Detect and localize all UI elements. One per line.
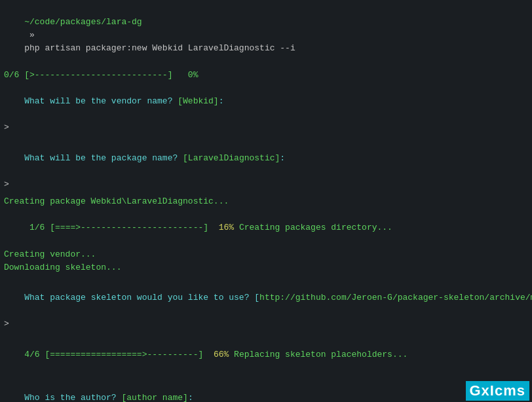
input-package: > <box>4 178 528 191</box>
prompt-path: ~/code/packages/lara-dg <box>24 17 142 27</box>
question-package: What will be the package name? [LaravelD… <box>4 138 528 177</box>
progress-line-0: 0/6 [>--------------------------] 0% <box>4 69 528 82</box>
terminal-window: ~/code/packages/lara-dg » php artisan pa… <box>0 0 532 402</box>
question-skeleton: What package skeleton would you like to … <box>4 278 528 318</box>
progress-line-1: 1/6 [====>------------------------] 16% … <box>4 208 528 247</box>
input-skeleton: > <box>4 318 528 331</box>
info-creating-package: Creating package Webkid\LaravelDiagnosti… <box>4 195 528 208</box>
progress-line-4: 4/6 [==================>----------] 66% … <box>4 335 528 374</box>
terminal-line: ~/code/packages/lara-dg » php artisan pa… <box>4 3 528 69</box>
command-text: php artisan packager:new Webkid LaravelD… <box>24 43 295 53</box>
prompt-separator: » <box>24 30 39 40</box>
question-author: Who is the author? [author name]: <box>4 378 528 402</box>
watermark-badge: GxIcms <box>466 381 530 401</box>
input-vendor: > <box>4 121 528 134</box>
info-downloading-skeleton: Downloading skeleton... <box>4 261 528 274</box>
info-creating-vendor: Creating vendor... <box>4 248 528 261</box>
question-vendor: What will be the vendor name? [Webkid]: <box>4 82 528 121</box>
